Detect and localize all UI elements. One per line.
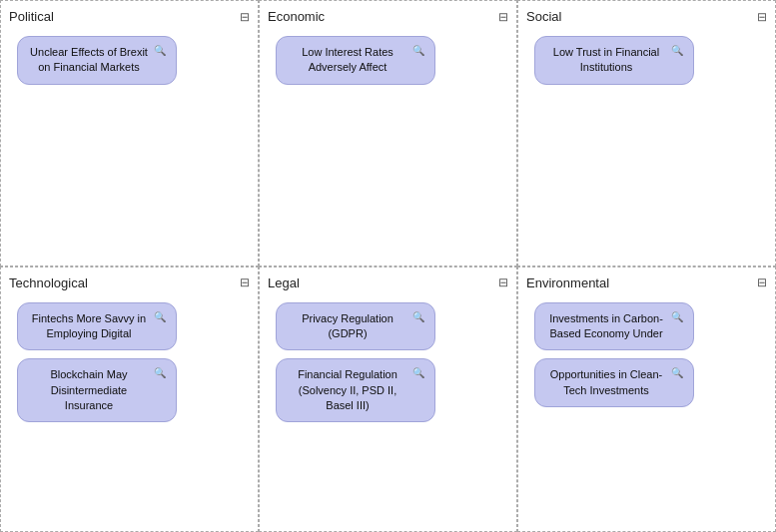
card-text-card-brexit: Unclear Effects of Brexit on Financial M… — [28, 45, 150, 76]
panel-title-social: Social — [526, 9, 561, 24]
panel-header-economic: Economic⊟ — [268, 9, 508, 24]
panel-title-technological: Technological — [9, 275, 88, 290]
panel-body-technological: Fintechs More Savvy in Employing Digital… — [9, 298, 250, 423]
panel-title-political: Political — [9, 9, 54, 24]
search-icon-card-fintechs[interactable]: 🔍 — [154, 311, 166, 322]
card-card-gdpr[interactable]: Privacy Regulation (GDPR)🔍 — [276, 302, 435, 351]
search-icon-card-gdpr[interactable]: 🔍 — [412, 311, 424, 322]
card-text-card-trust: Low Trust in Financial Institutions — [545, 45, 667, 76]
file-icon-political[interactable]: ⊟ — [240, 10, 250, 24]
card-card-interest[interactable]: Low Interest Rates Adversely Affect🔍 — [276, 36, 435, 85]
panel-social: Social⊟Low Trust in Financial Institutio… — [517, 0, 776, 266]
card-card-trust[interactable]: Low Trust in Financial Institutions🔍 — [534, 36, 694, 85]
search-icon-card-brexit[interactable]: 🔍 — [154, 45, 166, 56]
card-card-brexit[interactable]: Unclear Effects of Brexit on Financial M… — [17, 36, 177, 85]
card-card-cleantech[interactable]: Opportunities in Clean-Tech Investments🔍 — [534, 358, 694, 407]
card-text-card-cleantech: Opportunities in Clean-Tech Investments — [545, 367, 667, 398]
search-icon-card-blockchain[interactable]: 🔍 — [154, 367, 166, 378]
card-card-fintechs[interactable]: Fintechs More Savvy in Employing Digital… — [17, 302, 177, 351]
card-card-financial-reg[interactable]: Financial Regulation (Solvency II, PSD I… — [276, 358, 435, 422]
panel-political: Political⊟Unclear Effects of Brexit on F… — [0, 0, 259, 266]
card-text-card-interest: Low Interest Rates Adversely Affect — [287, 45, 408, 76]
search-icon-card-carbon[interactable]: 🔍 — [671, 311, 683, 322]
card-text-card-financial-reg: Financial Regulation (Solvency II, PSD I… — [287, 367, 408, 413]
panel-title-economic: Economic — [268, 9, 325, 24]
file-icon-social[interactable]: ⊟ — [757, 10, 767, 24]
panel-body-legal: Privacy Regulation (GDPR)🔍Financial Regu… — [268, 298, 508, 423]
panel-header-environmental: Environmental⊟ — [526, 275, 767, 290]
card-text-card-fintechs: Fintechs More Savvy in Employing Digital — [28, 311, 150, 342]
panel-economic: Economic⊟Low Interest Rates Adversely Af… — [259, 0, 517, 266]
card-text-card-blockchain: Blockchain May Disintermediate Insurance — [28, 367, 150, 413]
panel-header-social: Social⊟ — [526, 9, 767, 24]
file-icon-technological[interactable]: ⊟ — [240, 275, 250, 289]
card-card-carbon[interactable]: Investments in Carbon-Based Economy Unde… — [534, 302, 694, 351]
search-icon-card-cleantech[interactable]: 🔍 — [671, 367, 683, 378]
panel-environmental: Environmental⊟Investments in Carbon-Base… — [517, 266, 776, 533]
search-icon-card-interest[interactable]: 🔍 — [412, 45, 424, 56]
search-icon-card-financial-reg[interactable]: 🔍 — [412, 367, 424, 378]
panel-header-political: Political⊟ — [9, 9, 250, 24]
file-icon-environmental[interactable]: ⊟ — [757, 275, 767, 289]
panel-header-technological: Technological⊟ — [9, 275, 250, 290]
panel-body-environmental: Investments in Carbon-Based Economy Unde… — [526, 298, 767, 408]
card-text-card-gdpr: Privacy Regulation (GDPR) — [287, 311, 408, 342]
panel-title-environmental: Environmental — [526, 275, 609, 290]
card-text-card-carbon: Investments in Carbon-Based Economy Unde… — [545, 311, 667, 342]
search-icon-card-trust[interactable]: 🔍 — [671, 45, 683, 56]
panel-header-legal: Legal⊟ — [268, 275, 508, 290]
panel-technological: Technological⊟Fintechs More Savvy in Emp… — [0, 266, 259, 533]
panel-body-social: Low Trust in Financial Institutions🔍 — [526, 32, 767, 85]
panel-title-legal: Legal — [268, 275, 300, 290]
panel-body-economic: Low Interest Rates Adversely Affect🔍 — [268, 32, 508, 85]
file-icon-economic[interactable]: ⊟ — [498, 10, 508, 24]
panel-body-political: Unclear Effects of Brexit on Financial M… — [9, 32, 250, 85]
panel-legal: Legal⊟Privacy Regulation (GDPR)🔍Financia… — [259, 266, 517, 533]
card-card-blockchain[interactable]: Blockchain May Disintermediate Insurance… — [17, 358, 177, 422]
main-grid: Political⊟Unclear Effects of Brexit on F… — [0, 0, 776, 532]
file-icon-legal[interactable]: ⊟ — [498, 275, 508, 289]
